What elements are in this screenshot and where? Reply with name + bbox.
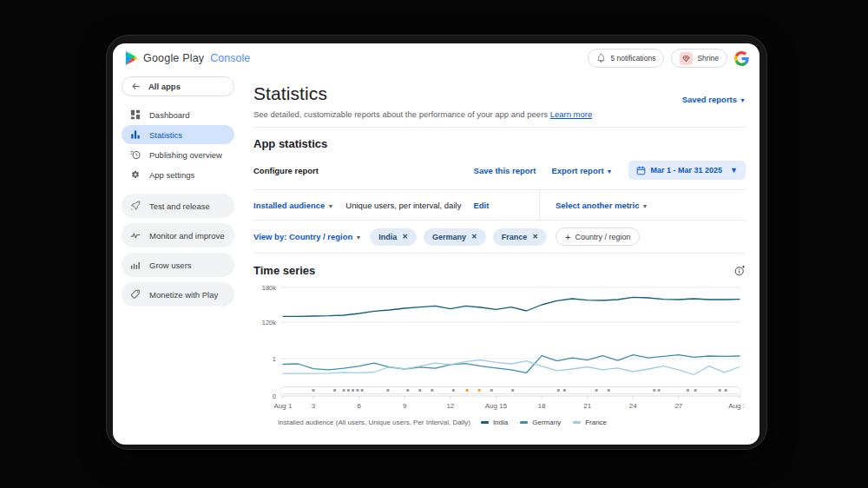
date-range-label: Mar 1 - Mar 31 2025 (651, 166, 723, 175)
filter-chips: India✕Germany✕France✕ (370, 228, 547, 246)
page-subtitle: See detailed, customizable reports about… (253, 109, 746, 119)
publishing-overview-icon (130, 149, 141, 160)
back-arrow-icon (131, 82, 141, 91)
all-apps-label: All apps (148, 82, 181, 91)
event-marker[interactable] (406, 389, 409, 392)
x-axis-tick-label: 21 (583, 402, 591, 410)
app-statistics-heading: App statistics (253, 137, 746, 150)
time-series-chart: 180k120k10Aug 136912Aug 1518212427Aug 31 (253, 282, 746, 416)
event-marker[interactable] (361, 389, 364, 392)
select-another-metric-dropdown[interactable]: Select another metric▼ (556, 201, 648, 210)
sidebar-item-publishing-overview[interactable]: Publishing overview (122, 145, 234, 164)
event-marker[interactable] (557, 389, 560, 392)
export-report-dropdown[interactable]: Export report▼ (551, 166, 612, 175)
x-axis-tick-label: 9 (403, 402, 407, 410)
chart-canvas: 180k120k10Aug 136912Aug 1518212427Aug 31 (253, 282, 744, 412)
sidebar-item-label: Dashboard (149, 110, 189, 120)
event-marker[interactable] (431, 389, 433, 392)
sidebar-item-statistics[interactable]: Statistics (122, 125, 234, 144)
legend-entry-india: India (481, 419, 508, 426)
sidebar-item-test-and-release[interactable]: Test and release (122, 194, 234, 218)
event-marker[interactable] (452, 389, 455, 392)
event-marker[interactable] (356, 389, 358, 392)
metric-description: Unique users, per interval, daily (345, 201, 461, 210)
sidebar-item-app-settings[interactable]: App settings (122, 165, 234, 184)
x-axis-tick-label: 24 (629, 402, 637, 410)
legend-entry-label: France (585, 419, 607, 426)
sidebar-item-monetize-with-play[interactable]: Monetize with Play (122, 282, 234, 307)
legend-entries: IndiaGermanyFrance (481, 419, 607, 426)
edit-metric-button[interactable]: Edit (473, 201, 489, 210)
x-axis-tick-label: Aug 15 (485, 402, 508, 410)
event-marker[interactable] (343, 389, 345, 392)
x-axis-tick-label: 27 (674, 402, 682, 410)
plus-icon: + (565, 232, 570, 242)
learn-more-link[interactable]: Learn more (550, 109, 593, 119)
top-app-bar: Google Play Console 5 notifications Shri… (113, 43, 760, 73)
event-marker[interactable] (418, 389, 421, 392)
google-account-avatar[interactable] (734, 51, 749, 66)
saved-reports-dropdown[interactable]: Saved reports▼ (682, 95, 746, 104)
bell-icon (596, 53, 606, 63)
sidebar-nav: DashboardStatisticsPublishing overviewAp… (122, 105, 234, 184)
divider (253, 253, 746, 254)
event-marker[interactable] (563, 389, 566, 392)
google-play-console-logo[interactable]: Google Play Console (125, 51, 250, 65)
legend-label: Installed audience (All users, Unique us… (278, 419, 470, 426)
event-marker[interactable] (595, 389, 598, 392)
event-marker[interactable] (725, 389, 727, 392)
filter-chip-france[interactable]: France✕ (493, 228, 547, 246)
add-country-chip-button[interactable]: +Country / region (556, 228, 640, 246)
event-marker[interactable] (608, 389, 610, 392)
all-apps-button[interactable]: All apps (122, 76, 234, 96)
sidebar-item-label: App settings (149, 170, 194, 180)
sidebar-item-label: Grow users (149, 260, 192, 270)
event-marker[interactable] (719, 389, 721, 392)
event-marker[interactable] (694, 389, 697, 392)
chip-label: India (378, 233, 397, 241)
view-by-dropdown[interactable]: View by: Country / region▼ (253, 232, 361, 241)
remove-chip-icon[interactable]: ✕ (402, 233, 408, 241)
event-marker-highlight[interactable] (466, 389, 469, 392)
dashboard-icon (130, 109, 141, 120)
sidebar-item-grow-users[interactable]: Grow users (122, 253, 234, 277)
event-marker-highlight[interactable] (478, 389, 481, 392)
event-marker[interactable] (347, 389, 350, 392)
shrine-app-icon (680, 52, 693, 65)
sidebar-item-dashboard[interactable]: Dashboard (122, 105, 234, 124)
event-marker[interactable] (658, 389, 661, 392)
sidebar-item-monitor-and-improve[interactable]: Monitor and improve (122, 223, 234, 247)
save-report-button[interactable]: Save this report (474, 166, 536, 175)
legend-swatch (520, 421, 528, 424)
divider (253, 127, 746, 128)
sidebar-item-label: Monetize with Play (149, 290, 218, 300)
configure-report-label: Configure report (253, 166, 319, 175)
grow-users-icon (130, 260, 141, 270)
chart-legend: Installed audience (All users, Unique us… (253, 419, 746, 426)
legend-swatch (481, 421, 489, 424)
event-marker[interactable] (333, 389, 336, 392)
event-marker[interactable] (386, 389, 389, 392)
notifications-button[interactable]: 5 notifications (588, 49, 664, 68)
legend-swatch (573, 421, 581, 424)
y-axis-tick-label: 1 (273, 355, 276, 363)
date-range-picker[interactable]: Mar 1 - Mar 31 2025 ▼ (628, 161, 746, 180)
remove-chip-icon[interactable]: ✕ (532, 233, 538, 241)
chart-insights-icon[interactable] (734, 265, 746, 276)
filter-chip-india[interactable]: India✕ (370, 228, 417, 246)
y-axis-tick-label: 180k (262, 284, 277, 292)
view-by-row: View by: Country / region▼ India✕Germany… (253, 221, 746, 253)
event-marker[interactable] (511, 389, 514, 392)
y-axis-tick-label: 0 (273, 392, 276, 400)
event-marker[interactable] (490, 389, 493, 392)
event-marker[interactable] (312, 389, 315, 392)
event-marker[interactable] (687, 389, 689, 392)
filter-chip-germany[interactable]: Germany✕ (424, 228, 486, 246)
metric-dimension-dropdown[interactable]: Installed audience▼ (253, 201, 333, 210)
event-marker[interactable] (352, 389, 354, 392)
app-switcher-button[interactable]: Shrine (671, 49, 727, 68)
event-marker[interactable] (653, 389, 655, 392)
statistics-icon (130, 129, 141, 140)
metric-row: Installed audience▼ Unique users, per in… (253, 191, 746, 220)
remove-chip-icon[interactable]: ✕ (471, 233, 477, 241)
